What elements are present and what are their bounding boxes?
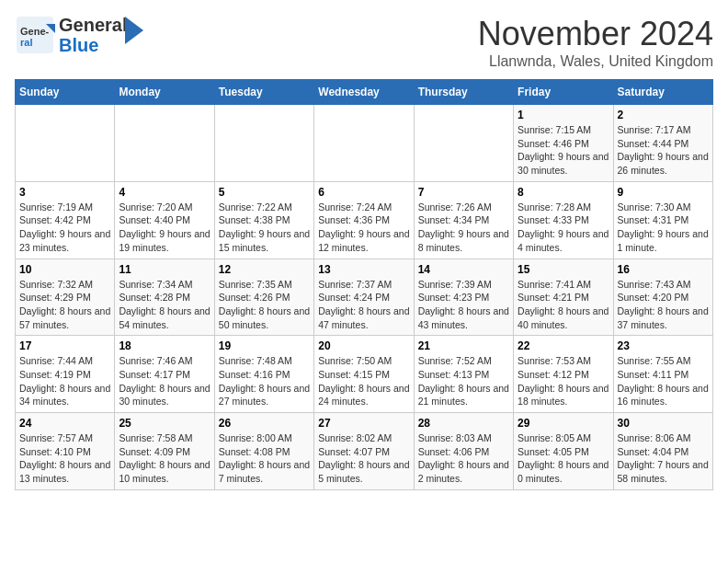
calendar-cell: 27Sunrise: 8:02 AMSunset: 4:07 PMDayligh… bbox=[314, 413, 414, 490]
calendar-cell: 9Sunrise: 7:30 AMSunset: 4:31 PMDaylight… bbox=[613, 181, 712, 259]
calendar-cell: 13Sunrise: 7:37 AMSunset: 4:24 PMDayligh… bbox=[314, 259, 414, 336]
day-info: Sunrise: 7:39 AMSunset: 4:23 PMDaylight:… bbox=[418, 278, 509, 332]
day-info: Sunrise: 8:00 AMSunset: 4:08 PMDaylight:… bbox=[219, 431, 310, 486]
day-info: Sunrise: 7:50 AMSunset: 4:15 PMDaylight:… bbox=[318, 354, 409, 408]
day-number: 7 bbox=[418, 186, 509, 199]
calendar-cell: 11Sunrise: 7:34 AMSunset: 4:28 PMDayligh… bbox=[115, 259, 214, 336]
calendar-cell: 7Sunrise: 7:26 AMSunset: 4:34 PMDaylight… bbox=[414, 181, 513, 259]
day-number: 10 bbox=[19, 263, 110, 276]
location-title: Llanwnda, Wales, United Kingdom bbox=[478, 53, 713, 70]
day-number: 4 bbox=[119, 186, 210, 199]
day-number: 6 bbox=[318, 186, 409, 199]
svg-text:ral: ral bbox=[20, 37, 32, 48]
calendar: SundayMondayTuesdayWednesdayThursdayFrid… bbox=[15, 79, 713, 490]
day-number: 17 bbox=[19, 339, 110, 352]
calendar-cell: 10Sunrise: 7:32 AMSunset: 4:29 PMDayligh… bbox=[16, 259, 115, 336]
day-info: Sunrise: 8:05 AMSunset: 4:05 PMDaylight:… bbox=[518, 431, 609, 486]
svg-text:Gene-: Gene- bbox=[20, 26, 50, 37]
day-number: 24 bbox=[19, 417, 110, 430]
calendar-cell: 12Sunrise: 7:35 AMSunset: 4:26 PMDayligh… bbox=[214, 259, 313, 336]
calendar-cell: 19Sunrise: 7:48 AMSunset: 4:16 PMDayligh… bbox=[214, 336, 313, 413]
day-number: 22 bbox=[518, 339, 609, 352]
day-info: Sunrise: 8:02 AMSunset: 4:07 PMDaylight:… bbox=[318, 431, 409, 486]
day-number: 27 bbox=[318, 417, 409, 430]
calendar-cell: 17Sunrise: 7:44 AMSunset: 4:19 PMDayligh… bbox=[16, 336, 115, 413]
calendar-cell: 30Sunrise: 8:06 AMSunset: 4:04 PMDayligh… bbox=[613, 413, 712, 490]
weekday-header-sunday: Sunday bbox=[16, 80, 115, 105]
day-info: Sunrise: 7:30 AMSunset: 4:31 PMDaylight:… bbox=[618, 201, 709, 255]
day-number: 13 bbox=[318, 263, 409, 276]
day-info: Sunrise: 7:52 AMSunset: 4:13 PMDaylight:… bbox=[418, 354, 509, 408]
day-info: Sunrise: 7:19 AMSunset: 4:42 PMDaylight:… bbox=[19, 201, 110, 255]
calendar-cell: 23Sunrise: 7:55 AMSunset: 4:11 PMDayligh… bbox=[613, 336, 712, 413]
calendar-cell: 20Sunrise: 7:50 AMSunset: 4:15 PMDayligh… bbox=[314, 336, 414, 413]
calendar-week-1: 1Sunrise: 7:15 AMSunset: 4:46 PMDaylight… bbox=[16, 105, 713, 182]
day-number: 8 bbox=[518, 186, 609, 199]
weekday-header-friday: Friday bbox=[514, 80, 613, 105]
day-number: 11 bbox=[119, 263, 210, 276]
day-number: 14 bbox=[418, 263, 509, 276]
day-info: Sunrise: 7:35 AMSunset: 4:26 PMDaylight:… bbox=[219, 278, 310, 332]
logo-icon: Gene- ral bbox=[15, 15, 55, 55]
day-number: 28 bbox=[418, 417, 509, 430]
day-number: 3 bbox=[19, 186, 110, 199]
day-number: 26 bbox=[219, 417, 310, 430]
weekday-header-saturday: Saturday bbox=[613, 80, 712, 105]
day-info: Sunrise: 7:20 AMSunset: 4:40 PMDaylight:… bbox=[119, 201, 210, 255]
svg-marker-4 bbox=[125, 17, 143, 44]
day-number: 30 bbox=[618, 417, 709, 430]
day-number: 1 bbox=[518, 109, 609, 121]
calendar-cell: 21Sunrise: 7:52 AMSunset: 4:13 PMDayligh… bbox=[414, 336, 513, 413]
logo-name-blue: Blue bbox=[59, 35, 127, 55]
day-info: Sunrise: 8:06 AMSunset: 4:04 PMDaylight:… bbox=[618, 431, 709, 486]
calendar-cell: 29Sunrise: 8:05 AMSunset: 4:05 PMDayligh… bbox=[514, 413, 613, 490]
day-info: Sunrise: 7:57 AMSunset: 4:10 PMDaylight:… bbox=[19, 431, 110, 486]
day-number: 19 bbox=[219, 339, 310, 352]
day-info: Sunrise: 7:46 AMSunset: 4:17 PMDaylight:… bbox=[119, 354, 210, 408]
logo-name-general: General bbox=[59, 15, 127, 35]
calendar-cell bbox=[115, 105, 214, 182]
day-number: 5 bbox=[219, 186, 310, 199]
day-info: Sunrise: 7:22 AMSunset: 4:38 PMDaylight:… bbox=[219, 201, 310, 255]
calendar-cell: 18Sunrise: 7:46 AMSunset: 4:17 PMDayligh… bbox=[115, 336, 214, 413]
day-info: Sunrise: 7:28 AMSunset: 4:33 PMDaylight:… bbox=[518, 201, 609, 255]
day-info: Sunrise: 7:43 AMSunset: 4:20 PMDaylight:… bbox=[618, 278, 709, 332]
day-number: 25 bbox=[119, 417, 210, 430]
day-number: 12 bbox=[219, 263, 310, 276]
day-number: 18 bbox=[119, 339, 210, 352]
calendar-cell bbox=[414, 105, 513, 182]
calendar-week-5: 24Sunrise: 7:57 AMSunset: 4:10 PMDayligh… bbox=[16, 413, 713, 490]
title-area: November 2024 Llanwnda, Wales, United Ki… bbox=[478, 15, 713, 70]
day-info: Sunrise: 7:34 AMSunset: 4:28 PMDaylight:… bbox=[119, 278, 210, 332]
calendar-week-2: 3Sunrise: 7:19 AMSunset: 4:42 PMDaylight… bbox=[16, 181, 713, 259]
day-info: Sunrise: 7:17 AMSunset: 4:44 PMDaylight:… bbox=[618, 123, 709, 178]
calendar-cell: 28Sunrise: 8:03 AMSunset: 4:06 PMDayligh… bbox=[414, 413, 513, 490]
day-number: 29 bbox=[518, 417, 609, 430]
day-info: Sunrise: 7:53 AMSunset: 4:12 PMDaylight:… bbox=[518, 354, 609, 408]
calendar-cell: 16Sunrise: 7:43 AMSunset: 4:20 PMDayligh… bbox=[613, 259, 712, 336]
calendar-cell bbox=[214, 105, 313, 182]
calendar-cell bbox=[314, 105, 414, 182]
day-info: Sunrise: 8:03 AMSunset: 4:06 PMDaylight:… bbox=[418, 431, 509, 486]
weekday-header-tuesday: Tuesday bbox=[214, 80, 313, 105]
day-number: 21 bbox=[418, 339, 509, 352]
day-number: 15 bbox=[518, 263, 609, 276]
calendar-cell: 4Sunrise: 7:20 AMSunset: 4:40 PMDaylight… bbox=[115, 181, 214, 259]
day-info: Sunrise: 7:44 AMSunset: 4:19 PMDaylight:… bbox=[19, 354, 110, 408]
calendar-week-3: 10Sunrise: 7:32 AMSunset: 4:29 PMDayligh… bbox=[16, 259, 713, 336]
day-info: Sunrise: 7:32 AMSunset: 4:29 PMDaylight:… bbox=[19, 278, 110, 332]
weekday-header-wednesday: Wednesday bbox=[314, 80, 414, 105]
calendar-cell: 1Sunrise: 7:15 AMSunset: 4:46 PMDaylight… bbox=[514, 105, 613, 182]
logo: Gene- ral General Blue bbox=[15, 15, 143, 55]
header: Gene- ral General Blue November 2024 Lla… bbox=[15, 15, 713, 70]
day-info: Sunrise: 7:15 AMSunset: 4:46 PMDaylight:… bbox=[518, 123, 609, 178]
calendar-cell bbox=[16, 105, 115, 182]
calendar-cell: 3Sunrise: 7:19 AMSunset: 4:42 PMDaylight… bbox=[16, 181, 115, 259]
month-title: November 2024 bbox=[478, 15, 713, 53]
day-number: 2 bbox=[618, 109, 709, 121]
calendar-cell: 5Sunrise: 7:22 AMSunset: 4:38 PMDaylight… bbox=[214, 181, 313, 259]
calendar-cell: 24Sunrise: 7:57 AMSunset: 4:10 PMDayligh… bbox=[16, 413, 115, 490]
calendar-cell: 15Sunrise: 7:41 AMSunset: 4:21 PMDayligh… bbox=[514, 259, 613, 336]
calendar-cell: 22Sunrise: 7:53 AMSunset: 4:12 PMDayligh… bbox=[514, 336, 613, 413]
calendar-cell: 14Sunrise: 7:39 AMSunset: 4:23 PMDayligh… bbox=[414, 259, 513, 336]
